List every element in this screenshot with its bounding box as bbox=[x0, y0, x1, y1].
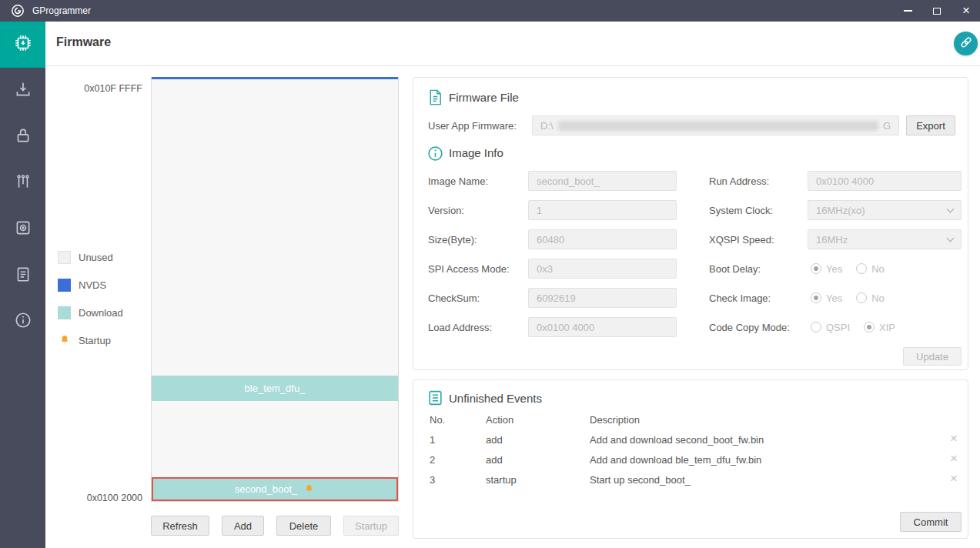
unfinished-events-card: Unfinished Events No. Action Description… bbox=[413, 379, 968, 539]
col-action: Action bbox=[486, 414, 513, 426]
unused-swatch bbox=[58, 251, 71, 264]
region-label: second_boot_ bbox=[235, 483, 298, 495]
event-action: add bbox=[486, 454, 503, 466]
export-button[interactable]: Export bbox=[906, 115, 955, 135]
sidebar-item-about[interactable] bbox=[0, 299, 45, 345]
nvds-region bbox=[152, 77, 398, 79]
maximize-icon bbox=[933, 8, 941, 15]
checksum-label: CheckSum: bbox=[428, 288, 480, 308]
region-label: ble_tem_dfu_ bbox=[245, 383, 306, 394]
chevron-down-icon bbox=[947, 234, 955, 242]
checksum-input[interactable]: 6092619 bbox=[528, 288, 677, 308]
chevron-down-icon bbox=[947, 205, 955, 212]
event-no: 2 bbox=[430, 454, 435, 466]
system-clock-select[interactable]: 16MHz(xo) bbox=[808, 200, 962, 220]
run-address-label: Run Address: bbox=[709, 171, 769, 191]
check-image-yes-radio[interactable] bbox=[811, 292, 821, 303]
system-clock-value: 16MHz(xo) bbox=[816, 205, 865, 216]
memory-region-ble-tem-dfu[interactable]: ble_tem_dfu_ bbox=[152, 376, 398, 401]
size-label: Size(Byte): bbox=[428, 229, 477, 249]
event-action: startup bbox=[486, 474, 517, 486]
event-action: add bbox=[486, 434, 503, 446]
image-info-icon bbox=[427, 145, 443, 165]
col-no: No. bbox=[430, 414, 445, 426]
refresh-button[interactable]: Refresh bbox=[151, 516, 209, 536]
bell-icon bbox=[58, 334, 71, 347]
page-title: Firmware bbox=[56, 35, 111, 49]
minimize-icon bbox=[904, 10, 912, 12]
update-button[interactable]: Update bbox=[903, 347, 962, 366]
event-no: 3 bbox=[430, 474, 435, 486]
version-label: Version: bbox=[428, 200, 464, 220]
event-description: Start up second_boot_ bbox=[590, 474, 691, 486]
memory-bottom-address: 0x0100 2000 bbox=[77, 493, 142, 503]
check-image-label: Check Image: bbox=[709, 288, 771, 308]
sidebar-item-firmware[interactable] bbox=[0, 22, 45, 68]
connect-button[interactable] bbox=[954, 32, 978, 55]
run-address-input[interactable]: 0x0100 4000 bbox=[808, 171, 962, 191]
firmware-chip-icon bbox=[14, 34, 32, 55]
close-button[interactable]: × bbox=[960, 5, 972, 17]
spi-access-mode-input[interactable]: 0x3 bbox=[528, 259, 677, 279]
load-address-input[interactable]: 0x0100 4000 bbox=[528, 317, 677, 337]
sidebar bbox=[0, 22, 45, 548]
xqspi-speed-select[interactable]: 16MHz bbox=[808, 229, 962, 249]
legend-download: Download bbox=[58, 306, 123, 319]
minimize-button[interactable] bbox=[901, 5, 914, 17]
titlebar: GProgrammer × bbox=[0, 0, 980, 22]
spi-access-mode-label: SPI Access Mode: bbox=[428, 259, 510, 279]
code-copy-qspi-radio[interactable] bbox=[811, 322, 821, 332]
firmware-file-card: Firmware File User App Firmware: D:\ G E… bbox=[413, 77, 968, 370]
check-image-no-radio[interactable] bbox=[856, 292, 867, 303]
link-icon bbox=[958, 35, 974, 53]
boot-delay-no-radio[interactable] bbox=[856, 263, 867, 274]
add-button[interactable]: Add bbox=[222, 516, 264, 536]
startup-button[interactable]: Startup bbox=[343, 516, 399, 536]
user-app-firmware-input[interactable]: D:\ G bbox=[532, 115, 899, 135]
remove-event-button[interactable]: × bbox=[946, 451, 962, 466]
xqspi-speed-label: XQSPI Speed: bbox=[709, 229, 774, 249]
user-app-firmware-label: User App Firmware: bbox=[428, 115, 517, 135]
memory-top-address: 0x010F FFFF bbox=[77, 83, 142, 94]
info-icon bbox=[14, 311, 32, 332]
code-copy-xip-radio[interactable] bbox=[864, 322, 875, 332]
sidebar-item-efuse[interactable] bbox=[0, 160, 45, 206]
path-suffix: G bbox=[883, 120, 891, 132]
col-description: Description bbox=[590, 414, 640, 426]
chip-gear-icon bbox=[14, 219, 32, 240]
xqspi-speed-value: 16MHz bbox=[816, 234, 848, 246]
event-no: 1 bbox=[430, 434, 435, 446]
load-address-label: Load Address: bbox=[428, 317, 492, 337]
version-input[interactable]: 1 bbox=[528, 200, 677, 220]
legend-nvds: NVDS bbox=[58, 278, 106, 292]
lock-icon bbox=[14, 126, 32, 148]
remove-event-button[interactable]: × bbox=[946, 431, 962, 446]
delete-button[interactable]: Delete bbox=[276, 516, 331, 536]
sidebar-item-encrypt-sign[interactable] bbox=[0, 114, 45, 160]
image-name-label: Image Name: bbox=[428, 171, 488, 191]
clipboard-icon bbox=[14, 265, 32, 286]
firmware-file-title: Firmware File bbox=[449, 91, 519, 104]
connector-pins-icon bbox=[14, 172, 32, 194]
boot-delay-yes-radio[interactable] bbox=[811, 263, 821, 274]
sidebar-item-chip-config[interactable] bbox=[0, 206, 45, 252]
sidebar-item-device-log[interactable] bbox=[0, 252, 45, 299]
code-copy-mode-label: Code Copy Mode: bbox=[709, 317, 790, 337]
commit-button[interactable]: Commit bbox=[900, 512, 962, 532]
size-input[interactable]: 60480 bbox=[528, 229, 677, 249]
unfinished-events-icon bbox=[427, 389, 443, 409]
legend-startup: Startup bbox=[58, 333, 111, 347]
nvds-swatch bbox=[58, 279, 71, 292]
app-title: GProgrammer bbox=[32, 5, 91, 16]
close-icon: × bbox=[962, 5, 970, 17]
remove-event-button[interactable]: × bbox=[946, 471, 962, 486]
event-description: Add and download second_boot_fw.bin bbox=[590, 434, 764, 446]
sidebar-item-flash[interactable] bbox=[0, 68, 45, 114]
unfinished-events-title: Unfinished Events bbox=[449, 392, 542, 405]
image-name-input[interactable]: second_boot_ bbox=[528, 171, 677, 191]
page-header: Firmware bbox=[45, 22, 980, 66]
gprogrammer-window: GProgrammer × bbox=[0, 0, 980, 548]
goodix-logo-icon bbox=[11, 4, 25, 18]
memory-region-second-boot[interactable]: second_boot_ bbox=[152, 477, 398, 501]
maximize-button[interactable] bbox=[931, 5, 943, 17]
